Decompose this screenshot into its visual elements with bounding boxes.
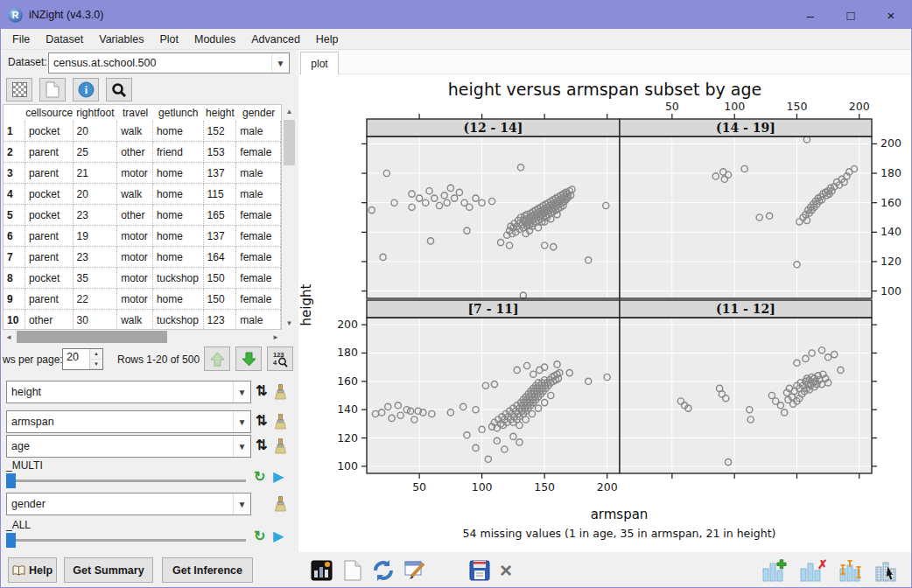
inference-info-icon[interactable] xyxy=(837,558,865,583)
variable3-combobox[interactable]: age ▼ xyxy=(6,435,251,458)
table-cell: parent xyxy=(25,163,74,184)
svg-text:100: 100 xyxy=(880,284,901,298)
info-icon: i xyxy=(78,81,95,98)
save-plot-icon[interactable] xyxy=(469,560,490,581)
column-header[interactable]: getlunch xyxy=(153,105,204,121)
all-slider-handle[interactable] xyxy=(6,533,16,548)
brush-variable2-icon[interactable] xyxy=(273,414,288,430)
column-header[interactable]: cellsource xyxy=(25,105,74,121)
variable3-value: age xyxy=(7,440,233,452)
new-plot-icon[interactable] xyxy=(343,559,362,582)
search-button[interactable] xyxy=(106,78,132,102)
table-vertical-scrollbar[interactable]: ▲ ▼ xyxy=(282,104,297,330)
swap-variable2-icon[interactable]: ⇅ xyxy=(256,414,267,428)
rows-per-page-spinner[interactable]: 20 ▲▼ xyxy=(62,348,103,370)
brush-variable3-icon[interactable] xyxy=(273,438,288,454)
table-row[interactable]: 10other30walktuckshop123male xyxy=(4,310,281,331)
brush-variable1-icon[interactable] xyxy=(273,384,288,400)
dataset-combobox[interactable]: census.at.school.500 ▼ xyxy=(48,52,290,74)
table-row[interactable]: 4pocket20walkhome115male xyxy=(4,184,281,205)
svg-text:height versus armspan subset b: height versus armspan subset by age xyxy=(448,80,761,99)
variable4-combobox[interactable]: gender ▼ xyxy=(6,493,251,515)
brush-variable4-icon[interactable] xyxy=(273,496,288,512)
plot-settings-icon[interactable] xyxy=(311,559,333,582)
menu-variables[interactable]: Variables xyxy=(91,33,151,46)
plot-tab-bar: plot xyxy=(298,50,912,74)
svg-text:120: 120 xyxy=(337,431,358,444)
menu-modules[interactable]: Modules xyxy=(186,33,243,46)
refresh-plot-icon[interactable] xyxy=(372,559,395,582)
table-row[interactable]: 2parent25otherfriend153female xyxy=(4,142,281,163)
goto-row-button[interactable]: 123 4 xyxy=(267,346,293,371)
table-cell: female xyxy=(236,205,281,226)
table-cell: parent xyxy=(25,142,74,163)
chevron-down-icon: ▼ xyxy=(233,494,250,514)
table-cell: male xyxy=(236,184,281,205)
row-number-cell: 4 xyxy=(4,184,25,205)
column-header[interactable]: height xyxy=(204,105,237,121)
variable1-combobox[interactable]: height ▼ xyxy=(6,381,251,403)
menu-advanced[interactable]: Advanced xyxy=(243,33,308,46)
page-down-button[interactable] xyxy=(235,346,262,371)
table-row[interactable]: 3parent21motorhome137male xyxy=(4,163,281,184)
pattern-view-button[interactable] xyxy=(6,78,32,102)
row-number-cell: 10 xyxy=(4,310,25,331)
swap-variable1-icon[interactable]: ⇅ xyxy=(256,384,267,398)
table-row[interactable]: 6parent19motorhome137female xyxy=(4,226,281,247)
vertical-scroll-thumb[interactable] xyxy=(284,120,295,165)
row-number-cell: 5 xyxy=(4,205,25,226)
table-cell: other xyxy=(117,142,153,163)
minimize-button[interactable]: – xyxy=(790,1,831,29)
table-horizontal-scrollbar[interactable]: ◄ ► xyxy=(3,330,282,344)
menu-dataset[interactable]: Dataset xyxy=(38,33,91,46)
multi-slider-handle[interactable] xyxy=(6,473,16,488)
table-cell: other xyxy=(117,205,153,226)
get-summary-button[interactable]: Get Summary xyxy=(64,557,153,583)
scroll-up-icon[interactable]: ▲ xyxy=(282,104,297,118)
variable2-combobox[interactable]: armspan ▼ xyxy=(6,410,251,433)
tab-plot-label: plot xyxy=(311,58,327,70)
column-header[interactable]: gender xyxy=(236,105,281,121)
table-cell: 22 xyxy=(74,289,118,310)
svg-text:150: 150 xyxy=(534,480,555,494)
menu-help[interactable]: Help xyxy=(308,33,347,46)
all-replay-icon[interactable]: ↻ xyxy=(254,529,265,543)
add-to-plot-icon[interactable] xyxy=(761,558,789,583)
scroll-down-icon[interactable]: ▼ xyxy=(282,316,297,330)
edit-plot-icon[interactable] xyxy=(404,559,429,582)
new-document-button[interactable] xyxy=(39,78,66,102)
multi-play-icon[interactable]: ▶ xyxy=(273,470,284,484)
table-row[interactable]: 1pocket20walkhome152male xyxy=(4,121,281,142)
menu-plot[interactable]: Plot xyxy=(151,33,186,46)
spinner-arrows[interactable]: ▲▼ xyxy=(89,349,102,369)
get-inference-button[interactable]: Get Inference xyxy=(162,557,253,583)
remove-from-plot-icon[interactable]: ✗ xyxy=(799,558,827,583)
all-slider-track[interactable] xyxy=(8,539,246,542)
info-button[interactable]: i xyxy=(73,78,99,102)
table-row[interactable]: 7parent23motorhome164female xyxy=(4,247,281,268)
swap-variable3-icon[interactable]: ⇅ xyxy=(256,438,267,452)
table-row[interactable]: 8pocket35motortuckshop150female xyxy=(4,268,281,289)
close-plot-icon[interactable]: × xyxy=(500,560,512,581)
column-header[interactable] xyxy=(4,105,25,121)
data-table[interactable]: cellsourcerightfoottravelgetlunchheightg… xyxy=(3,104,282,330)
multi-slider-track[interactable] xyxy=(8,480,246,482)
all-play-icon[interactable]: ▶ xyxy=(273,529,284,543)
data-panel: Dataset: census.at.school.500 ▼ i xyxy=(1,50,298,588)
column-header[interactable]: rightfoot xyxy=(74,105,118,121)
help-button[interactable]: Help xyxy=(8,557,57,583)
scroll-right-icon[interactable]: ► xyxy=(270,330,282,344)
maximize-button[interactable]: □ xyxy=(831,1,871,29)
scatter-plot-canvas[interactable]: height versus armspan subset by age(12 -… xyxy=(298,74,912,552)
menu-file[interactable]: File xyxy=(4,33,38,46)
table-row[interactable]: 5pocket23otherhome165female xyxy=(4,205,281,226)
page-up-button[interactable] xyxy=(204,346,230,371)
column-header[interactable]: travel xyxy=(117,105,153,121)
horizontal-scroll-thumb[interactable] xyxy=(17,331,167,343)
table-row[interactable]: 9parent22motorhome150female xyxy=(4,289,281,310)
scroll-left-icon[interactable]: ◄ xyxy=(3,333,15,341)
tab-plot[interactable]: plot xyxy=(300,52,339,74)
multi-replay-icon[interactable]: ↻ xyxy=(254,470,265,484)
close-button[interactable]: × xyxy=(871,1,911,29)
interact-plot-icon[interactable] xyxy=(874,558,901,583)
